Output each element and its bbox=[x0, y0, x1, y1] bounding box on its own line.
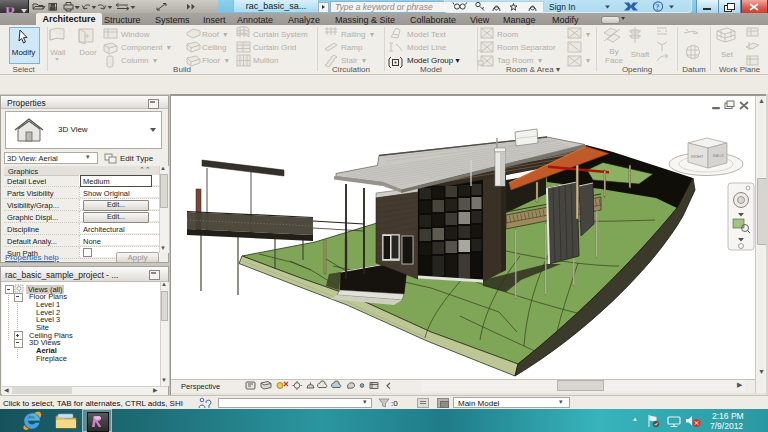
svg-text:RIGHT: RIGHT bbox=[691, 154, 704, 159]
svg-text:BACK: BACK bbox=[713, 153, 724, 158]
svg-text:Sign In: Sign In bbox=[549, 2, 576, 12]
svg-text:?: ? bbox=[656, 3, 660, 12]
